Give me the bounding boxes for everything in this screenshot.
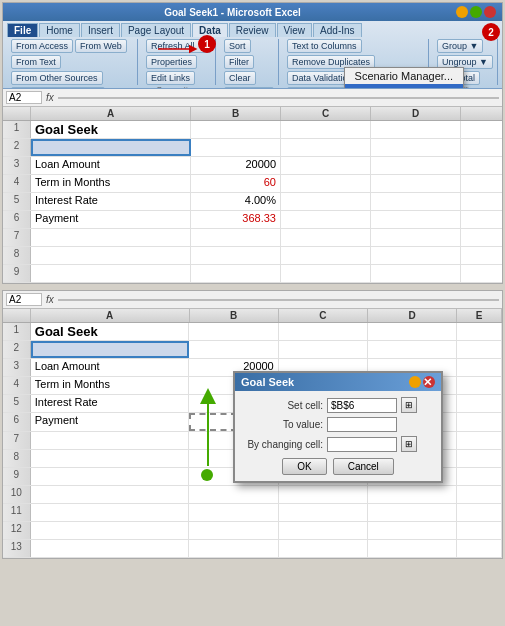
cell-d5[interactable] xyxy=(371,193,461,210)
dialog-btn-setcell-picker[interactable]: ⊞ xyxy=(401,397,417,413)
s2-cell-e1[interactable] xyxy=(457,323,502,340)
s2-cell-a13[interactable] xyxy=(31,540,190,557)
s2-cell-a5[interactable]: Interest Rate xyxy=(31,395,190,412)
dialog-input-setcell[interactable] xyxy=(327,398,397,413)
sort-btn[interactable]: Sort xyxy=(224,39,251,53)
s2-cell-e13[interactable] xyxy=(457,540,502,557)
s2-cell-d11[interactable] xyxy=(368,504,457,521)
cell-a7[interactable] xyxy=(31,229,191,246)
s2-cell-c1[interactable] xyxy=(279,323,368,340)
from-web-btn[interactable]: From Web xyxy=(75,39,127,53)
s2-cell-a11[interactable] xyxy=(31,504,190,521)
cell-d3[interactable] xyxy=(371,157,461,174)
dialog-input-tovalue[interactable] xyxy=(327,417,397,432)
cell-d8[interactable] xyxy=(371,247,461,264)
s2-cell-a1[interactable]: Goal Seek xyxy=(31,323,190,340)
s2-cell-e10[interactable] xyxy=(457,486,502,503)
cell-a5[interactable]: Interest Rate xyxy=(31,193,191,210)
cell-a1[interactable]: Goal Seek xyxy=(31,121,191,138)
s2-cell-e11[interactable] xyxy=(457,504,502,521)
properties-btn[interactable]: Properties xyxy=(146,55,197,69)
goal-seek-item[interactable]: Goal Seek... xyxy=(345,84,463,89)
s2-cell-d1[interactable] xyxy=(368,323,457,340)
group-btn[interactable]: Group ▼ xyxy=(437,39,483,53)
minimize-btn[interactable] xyxy=(456,6,468,18)
cell-b7[interactable] xyxy=(191,229,281,246)
tab-home[interactable]: Home xyxy=(39,23,80,37)
tab-pagelayout[interactable]: Page Layout xyxy=(121,23,191,37)
cell-c9[interactable] xyxy=(281,265,371,282)
col-header-d2[interactable]: D xyxy=(368,309,457,322)
s2-cell-a10[interactable] xyxy=(31,486,190,503)
dialog-btn-changing-picker[interactable]: ⊞ xyxy=(401,436,417,452)
s2-cell-a2[interactable] xyxy=(31,341,190,358)
s2-cell-d13[interactable] xyxy=(368,540,457,557)
cell-b3[interactable]: 20000 xyxy=(191,157,281,174)
tab-addins[interactable]: Add-Ins xyxy=(313,23,361,37)
s2-cell-e5[interactable] xyxy=(457,395,502,412)
cell-b2[interactable] xyxy=(191,139,281,156)
s2-cell-b2[interactable] xyxy=(189,341,278,358)
scenario-manager-item[interactable]: Scenario Manager... xyxy=(345,68,463,84)
s2-cell-a3[interactable]: Loan Amount xyxy=(31,359,190,376)
cell-a8[interactable] xyxy=(31,247,191,264)
dialog-cancel-btn[interactable]: Cancel xyxy=(333,458,394,475)
cell-c8[interactable] xyxy=(281,247,371,264)
cell-b8[interactable] xyxy=(191,247,281,264)
cell-a4[interactable]: Term in Months xyxy=(31,175,191,192)
cell-b6[interactable]: 368.33 xyxy=(191,211,281,228)
s2-cell-a12[interactable] xyxy=(31,522,190,539)
cell-c2[interactable] xyxy=(281,139,371,156)
cell-c3[interactable] xyxy=(281,157,371,174)
s2-cell-d2[interactable] xyxy=(368,341,457,358)
cell-d6[interactable] xyxy=(371,211,461,228)
cell-c5[interactable] xyxy=(281,193,371,210)
s2-cell-a7[interactable] xyxy=(31,432,190,449)
from-access-btn[interactable]: From Access xyxy=(11,39,73,53)
from-text-btn[interactable]: From Text xyxy=(11,55,61,69)
s2-cell-e8[interactable] xyxy=(457,450,502,467)
col-header-a2[interactable]: A xyxy=(31,309,190,322)
s2-cell-a6[interactable]: Payment xyxy=(31,413,190,431)
s2-cell-e6[interactable] xyxy=(457,413,502,431)
s2-cell-d12[interactable] xyxy=(368,522,457,539)
cell-d2[interactable] xyxy=(371,139,461,156)
col-header-b[interactable]: B xyxy=(191,107,281,120)
cell-c6[interactable] xyxy=(281,211,371,228)
cell-a3[interactable]: Loan Amount xyxy=(31,157,191,174)
col-header-e2[interactable]: E xyxy=(457,309,502,322)
col-header-c2[interactable]: C xyxy=(279,309,368,322)
s2-cell-e12[interactable] xyxy=(457,522,502,539)
tab-file[interactable]: File xyxy=(7,23,38,37)
tab-insert[interactable]: Insert xyxy=(81,23,120,37)
col-header-d[interactable]: D xyxy=(371,107,461,120)
s2-cell-e9[interactable] xyxy=(457,468,502,485)
consolidate-btn[interactable]: Consolidate xyxy=(287,87,345,89)
from-other-btn[interactable]: From Other Sources xyxy=(11,71,103,85)
dialog-input-changing[interactable] xyxy=(327,437,397,452)
cell-c7[interactable] xyxy=(281,229,371,246)
cell-ref-box[interactable]: A2 xyxy=(6,91,42,104)
filter-btn[interactable]: Filter xyxy=(224,55,254,69)
s2-cell-c12[interactable] xyxy=(279,522,368,539)
col-header-b2[interactable]: B xyxy=(190,309,279,322)
dialog-minimize[interactable] xyxy=(409,376,421,388)
s2-cell-e2[interactable] xyxy=(457,341,502,358)
cell-d7[interactable] xyxy=(371,229,461,246)
s2-cell-e4[interactable] xyxy=(457,377,502,394)
s2-cell-b1[interactable] xyxy=(189,323,278,340)
s2-cell-b12[interactable] xyxy=(189,522,278,539)
s2-cell-a4[interactable]: Term in Months xyxy=(31,377,190,394)
s2-cell-c10[interactable] xyxy=(279,486,368,503)
s2-cell-a8[interactable] xyxy=(31,450,190,467)
tab-review[interactable]: Review xyxy=(229,23,276,37)
maximize-btn[interactable] xyxy=(470,6,482,18)
s2-cell-b11[interactable] xyxy=(189,504,278,521)
formula-input[interactable] xyxy=(58,97,499,99)
s2-cell-b13[interactable] xyxy=(189,540,278,557)
text-to-col-btn[interactable]: Text to Columns xyxy=(287,39,362,53)
s2-cell-e7[interactable] xyxy=(457,432,502,449)
cell-d9[interactable] xyxy=(371,265,461,282)
cell-c1[interactable] xyxy=(281,121,371,138)
cell-a9[interactable] xyxy=(31,265,191,282)
